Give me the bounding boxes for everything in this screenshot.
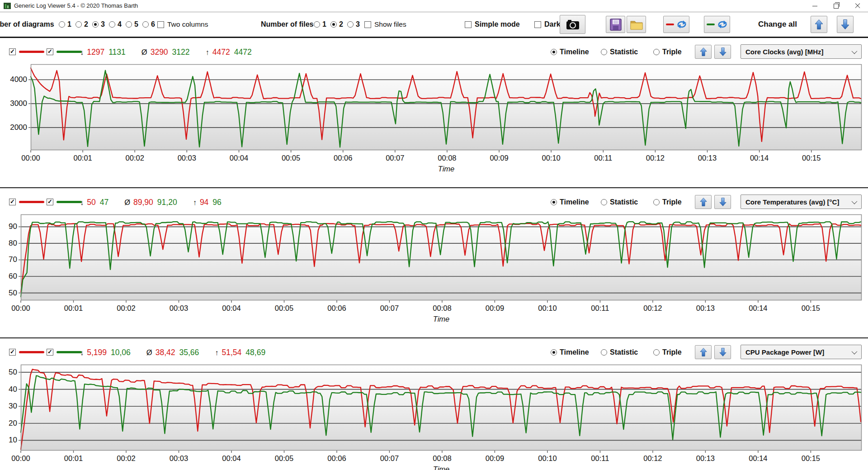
x-tick-label: 00:07 xyxy=(373,454,405,463)
files-radio-3[interactable]: 3 xyxy=(347,12,360,37)
diagrams-radio-1[interactable]: 1 xyxy=(59,12,71,37)
series1-color-swatch[interactable] xyxy=(19,351,44,353)
x-tick-label: 00:10 xyxy=(535,154,567,162)
save-button[interactable] xyxy=(606,16,625,33)
view-statistic-radio[interactable]: Statistic xyxy=(601,195,638,210)
timeline-plot[interactable] xyxy=(31,64,862,150)
y-tick-label: 40 xyxy=(0,385,17,394)
radio-icon xyxy=(601,349,607,356)
series2-visible-checkbox[interactable] xyxy=(47,199,53,205)
radio-icon xyxy=(330,21,337,28)
reload-file1-button[interactable] xyxy=(663,16,689,33)
save-icon xyxy=(610,19,622,31)
down-arrow-icon xyxy=(719,347,726,357)
x-tick-label: 00:03 xyxy=(171,154,203,162)
series1-visible-checkbox[interactable] xyxy=(9,48,16,55)
chart-header: ↓ 50 47 Ø 89,90 91,20 ↑ 94 96 Timeline S… xyxy=(0,195,868,210)
view-timeline-radio[interactable]: Timeline xyxy=(551,44,589,60)
two-columns-checkbox[interactable]: Two columns xyxy=(157,12,208,37)
screenshot-button[interactable] xyxy=(560,15,585,34)
move-chart-down-button[interactable] xyxy=(714,45,731,59)
x-tick-label: 00:04 xyxy=(216,304,247,313)
x-tick-label: 00:08 xyxy=(431,154,463,162)
series2-color-swatch[interactable] xyxy=(57,51,82,53)
restore-button[interactable] xyxy=(826,0,847,12)
move-chart-up-button[interactable] xyxy=(695,195,712,209)
y-tick-label: 60 xyxy=(0,272,17,281)
view-timeline-radio[interactable]: Timeline xyxy=(551,195,589,210)
x-axis-title: Time xyxy=(31,165,862,173)
change-all-down-button[interactable] xyxy=(837,16,854,33)
y-tick-label: 30 xyxy=(0,402,17,411)
view-statistic-radio[interactable]: Statistic xyxy=(601,44,638,60)
app-icon xyxy=(4,2,11,9)
move-chart-up-button[interactable] xyxy=(695,345,712,359)
x-tick-label: 00:09 xyxy=(479,304,510,313)
checkbox-icon xyxy=(364,21,371,28)
view-triple-radio[interactable]: Triple xyxy=(653,44,682,60)
x-tick-label: 00:08 xyxy=(426,304,458,313)
metric-select[interactable]: CPU Package Power [W] xyxy=(741,345,862,359)
plot-area: 20003000400000:0000:0100:0200:0300:0400:… xyxy=(0,64,868,176)
up-arrow-icon xyxy=(815,19,823,30)
chevron-down-icon xyxy=(852,199,858,204)
open-file-button[interactable] xyxy=(627,16,646,33)
radio-icon xyxy=(109,21,115,28)
series2-color-swatch[interactable] xyxy=(57,351,82,353)
move-chart-down-button[interactable] xyxy=(714,345,731,359)
radio-icon xyxy=(653,49,660,55)
reload-file2-button[interactable] xyxy=(704,16,730,33)
radio-icon xyxy=(142,21,149,28)
diagrams-radio-2[interactable]: 2 xyxy=(75,12,88,37)
series1-color-swatch[interactable] xyxy=(19,201,44,203)
files-radio-1[interactable]: 1 xyxy=(314,12,326,37)
y-tick-label: 70 xyxy=(0,255,17,264)
view-timeline-radio[interactable]: Timeline xyxy=(551,345,589,360)
dark-mode-checkbox[interactable]: Dark xyxy=(534,12,561,37)
checkbox-icon xyxy=(157,21,164,28)
show-files-checkbox[interactable]: Show files xyxy=(364,12,406,37)
series2-visible-checkbox[interactable] xyxy=(47,48,53,55)
radio-icon xyxy=(551,349,557,356)
max-icon: ↑ xyxy=(193,198,197,207)
series2-visible-checkbox[interactable] xyxy=(47,349,53,356)
metric-select[interactable]: Core Temperatures (avg) [°C] xyxy=(741,195,862,209)
max-value-series1: 51,54 xyxy=(222,348,242,357)
series1-visible-checkbox[interactable] xyxy=(9,199,16,205)
diagrams-radio-3[interactable]: 3 xyxy=(92,12,105,37)
diagrams-radio-6[interactable]: 6 xyxy=(142,12,155,37)
view-statistic-radio[interactable]: Statistic xyxy=(601,345,638,360)
down-arrow-icon xyxy=(719,47,726,57)
x-tick-label: 00:05 xyxy=(268,454,300,463)
avg-value-series1: 38,42 xyxy=(156,348,175,357)
move-chart-up-button[interactable] xyxy=(695,45,712,59)
change-all-up-button[interactable] xyxy=(811,16,827,33)
plot-area: 506070809000:0000:0100:0200:0300:0400:05… xyxy=(0,214,868,326)
view-triple-radio[interactable]: Triple xyxy=(653,345,682,360)
series2-color-swatch[interactable] xyxy=(57,201,82,203)
simple-mode-checkbox[interactable]: Simple mode xyxy=(465,12,520,37)
radio-icon xyxy=(126,21,132,28)
max-value-series1: 4472 xyxy=(212,47,230,57)
y-tick-label: 2000 xyxy=(4,123,27,132)
move-chart-down-button[interactable] xyxy=(714,195,731,209)
view-triple-radio[interactable]: Triple xyxy=(653,195,682,210)
min-value-series2: 1131 xyxy=(108,47,126,57)
minimize-button[interactable] xyxy=(804,0,826,12)
max-value-series2: 96 xyxy=(212,198,221,207)
radio-icon xyxy=(347,21,354,28)
series1-color-swatch[interactable] xyxy=(19,51,44,53)
x-tick-label: 00:01 xyxy=(57,304,89,313)
metric-select[interactable]: Core Clocks (avg) [MHz] xyxy=(741,44,862,59)
close-button[interactable] xyxy=(847,0,868,12)
timeline-plot[interactable] xyxy=(21,365,862,451)
x-tick-label: 00:12 xyxy=(637,454,669,463)
x-tick-label: 00:10 xyxy=(532,454,563,463)
series2-color-dash xyxy=(707,24,715,25)
min-value-series1: 5,199 xyxy=(87,348,107,357)
series1-visible-checkbox[interactable] xyxy=(9,349,16,356)
diagrams-radio-4[interactable]: 4 xyxy=(109,12,122,37)
diagrams-radio-5[interactable]: 5 xyxy=(126,12,138,37)
timeline-plot[interactable] xyxy=(21,214,862,300)
files-radio-2[interactable]: 2 xyxy=(330,12,343,37)
